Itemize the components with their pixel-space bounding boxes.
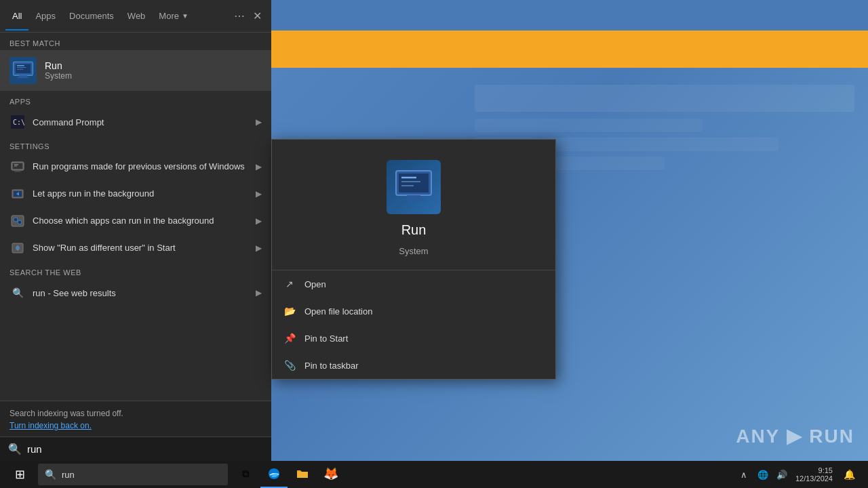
apps-background-arrow-icon: ▶: [256, 189, 262, 199]
search-magnifier-icon: 🔍: [8, 443, 22, 455]
svg-rect-18: [12, 216, 24, 226]
best-match-name: Run: [45, 60, 72, 71]
svg-point-19: [14, 218, 18, 222]
more-chevron-icon: ▼: [182, 12, 189, 20]
section-web-header: Search the web: [0, 262, 271, 279]
search-status: Search indexing was turned off. Turn ind…: [0, 401, 271, 436]
turn-indexing-link[interactable]: Turn indexing back on.: [9, 421, 92, 430]
show-run-icon: [9, 240, 26, 256]
start-button[interactable]: ⊞: [3, 461, 37, 488]
ctx-item-open-file-location[interactable]: 📂 Open file location: [272, 298, 555, 325]
best-match-subtitle: System: [45, 71, 72, 81]
tab-documents[interactable]: Documents: [62, 3, 121, 30]
svg-rect-32: [297, 472, 308, 478]
ctx-item-pin-to-taskbar[interactable]: 📎 Pin to taskbar: [272, 352, 555, 379]
tab-more[interactable]: More ▼: [152, 5, 195, 26]
search-input-bar: 🔍: [0, 436, 271, 461]
svg-rect-6: [19, 75, 28, 77]
command-prompt-arrow-icon: ▶: [256, 117, 262, 127]
svg-rect-31: [403, 199, 425, 201]
tray-speaker-icon[interactable]: 🔊: [774, 466, 790, 483]
ctx-app-header: Run System: [272, 140, 555, 270]
search-panel: All Apps Documents Web More ▼ ⋯ ✕ Best m…: [0, 0, 271, 461]
tray-network-icon[interactable]: 🌐: [755, 466, 771, 483]
taskbar-apps: ⧉ 🦊: [232, 461, 344, 488]
best-match-text: Run System: [45, 60, 72, 81]
tray-time-value: 9:15: [818, 466, 833, 474]
file-explorer-taskbar[interactable]: [289, 461, 316, 488]
choose-apps-icon: [9, 213, 26, 229]
more-label: More: [159, 11, 179, 21]
show-run-label: Show "Run as different user" in Start: [33, 243, 249, 254]
tray-icons: ∧ 🌐 🔊: [736, 466, 790, 483]
svg-rect-26: [399, 174, 429, 192]
context-menu: Run System ↗ Open 📂 Open file location 📌…: [271, 139, 556, 380]
web-search-icon: 🔍: [9, 285, 26, 301]
ctx-item-open[interactable]: ↗ Open: [272, 270, 555, 298]
tab-web[interactable]: Web: [121, 3, 153, 30]
taskbar-search[interactable]: 🔍 run: [38, 464, 228, 485]
ctx-open-label: Open: [304, 279, 326, 289]
open-file-location-icon: 📂: [283, 304, 296, 318]
search-options-icon[interactable]: ⋯: [230, 4, 249, 28]
taskbar-search-text: run: [62, 470, 75, 480]
tray-time[interactable]: 9:15 12/13/2024: [793, 466, 835, 483]
taskbar-tray: ∧ 🌐 🔊 9:15 12/13/2024 🔔: [736, 461, 865, 488]
section-settings-header: Settings: [0, 136, 271, 153]
svg-point-20: [18, 220, 22, 224]
command-prompt-label: Command Prompt: [33, 117, 249, 127]
search-results: Best match Run System: [0, 33, 271, 401]
settings-item-choose-apps[interactable]: Choose which apps can run in the backgro…: [0, 207, 271, 235]
svg-rect-7: [17, 77, 29, 78]
ctx-app-name: Run: [401, 222, 427, 238]
run-app-icon: [9, 57, 37, 84]
web-search-arrow-icon: ▶: [256, 288, 262, 298]
apps-background-label: Let apps run in the background: [33, 188, 249, 200]
pin-to-taskbar-icon: 📎: [283, 359, 296, 372]
web-search-item[interactable]: 🔍 run - See web results ▶: [0, 279, 271, 306]
ctx-item-pin-to-start[interactable]: 📌 Pin to Start: [272, 325, 555, 352]
firefox-taskbar[interactable]: 🦊: [317, 461, 344, 488]
pin-to-start-icon: 📌: [283, 331, 296, 345]
taskbar-search-icon: 🔍: [45, 469, 56, 480]
apps-background-icon: [9, 186, 26, 202]
tab-all[interactable]: All: [5, 3, 28, 30]
svg-rect-14: [16, 170, 20, 171]
search-close-icon[interactable]: ✕: [249, 4, 266, 28]
command-prompt-icon: C:\: [9, 114, 26, 130]
command-prompt-item[interactable]: C:\ Command Prompt ▶: [0, 108, 271, 136]
choose-apps-arrow-icon: ▶: [256, 216, 262, 226]
run-programs-icon: [9, 159, 26, 175]
edge-taskbar[interactable]: [260, 461, 288, 488]
best-match-item[interactable]: Run System: [0, 50, 271, 91]
ctx-app-subtitle: System: [399, 246, 428, 256]
ctx-pin-taskbar-label: Pin to taskbar: [304, 361, 359, 371]
status-text: Search indexing was turned off.: [9, 409, 123, 418]
search-input[interactable]: [27, 443, 263, 455]
search-tabs: All Apps Documents Web More ▼ ⋯ ✕: [0, 0, 271, 33]
settings-item-show-run[interactable]: Show "Run as different user" in Start ▶: [0, 235, 271, 262]
ctx-open-file-label: Open file location: [304, 306, 372, 317]
tray-date-value: 12/13/2024: [795, 474, 833, 483]
section-best-match: Best match: [0, 33, 271, 50]
tab-apps[interactable]: Apps: [28, 3, 62, 30]
open-icon: ↗: [283, 277, 296, 291]
settings-item-apps-background[interactable]: Let apps run in the background ▶: [0, 180, 271, 207]
choose-apps-label: Choose which apps can run in the backgro…: [33, 216, 249, 227]
tray-chevron-icon[interactable]: ∧: [736, 466, 752, 483]
taskbar: ⊞ 🔍 run ⧉ 🦊 ∧ 🌐 🔊 9:15 12/1: [0, 461, 868, 488]
run-programs-label: Run programs made for previous versions …: [33, 161, 249, 173]
settings-item-run-programs[interactable]: Run programs made for previous versions …: [0, 153, 271, 180]
task-view-btn[interactable]: ⧉: [232, 461, 259, 488]
show-run-arrow-icon: ▶: [256, 243, 262, 253]
svg-rect-30: [407, 195, 420, 199]
section-apps-header: Apps: [0, 91, 271, 108]
ctx-pin-start-label: Pin to Start: [304, 333, 348, 344]
notification-button[interactable]: 🔔: [838, 461, 860, 488]
ctx-run-icon: [387, 160, 441, 214]
svg-text:C:\: C:\: [13, 119, 24, 126]
run-programs-arrow-icon: ▶: [256, 162, 262, 171]
svg-rect-15: [14, 171, 21, 172]
web-search-label: run - See web results: [33, 288, 116, 298]
